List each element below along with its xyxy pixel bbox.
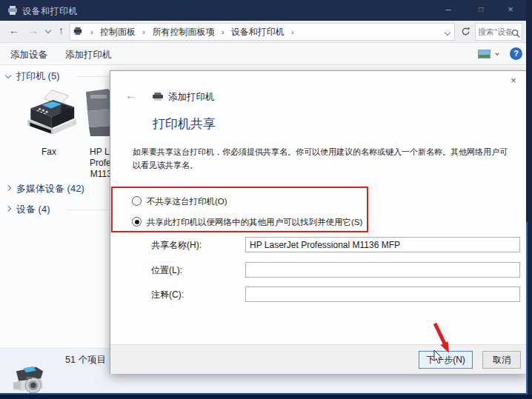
share-name-label: 共享名称(H): (151, 239, 202, 252)
section-printers-label: 打印机 (5) (16, 70, 60, 81)
printer-item-fax[interactable]: Fax (21, 86, 77, 157)
address-dropdown-icon[interactable] (445, 30, 450, 36)
printer-label-fax: Fax (21, 147, 77, 157)
wizard-page-title: 打印机共享 (153, 115, 216, 133)
screen: 设备和打印机 – □ × ← → ↑ › 控制面板 › 所有控制面板项 › 设备 (0, 0, 532, 399)
command-toolbar: 添加设备 添加打印机 ? (0, 43, 526, 65)
dialog-footer: 下一步(N) 取消 (110, 344, 526, 374)
breadcrumb-devices-printers[interactable]: 设备和打印机 (231, 27, 285, 37)
history-chevron-icon[interactable] (45, 27, 51, 33)
address-printer-icon (73, 25, 82, 38)
wizard-description: 如果要共享这台打印机，你必须提供共享名。你可以使用建议的名称或键入一个新名称。其… (133, 145, 512, 172)
breadcrumb-separator: › (142, 27, 145, 36)
search-box[interactable] (475, 23, 522, 41)
forward-button[interactable]: → (28, 24, 39, 36)
breadcrumb-separator: › (222, 27, 225, 36)
section-multimedia[interactable]: 多媒体设备 (42) (6, 182, 84, 195)
add-printer-icon (152, 91, 164, 104)
field-row-share-name: 共享名称(H): (110, 237, 526, 253)
selected-device-icon (12, 361, 49, 395)
comment-input[interactable] (245, 286, 520, 302)
field-row-comment: 注释(C): (110, 286, 526, 303)
comment-label: 注释(C): (151, 289, 184, 301)
location-input[interactable] (245, 262, 520, 278)
breadcrumb-all-items[interactable]: 所有控制面板项 (152, 27, 214, 37)
dialog-back-button[interactable]: ← (125, 89, 136, 101)
breadcrumb-separator: › (90, 27, 93, 36)
address-bar[interactable]: › 控制面板 › 所有控制面板项 › 设备和打印机 › (70, 23, 455, 41)
add-printer-button[interactable]: 添加打印机 (65, 49, 112, 61)
location-label: 位置(L): (151, 264, 182, 277)
section-multimedia-label: 多媒体设备 (42) (16, 183, 84, 194)
screen-edge-right (526, 0, 532, 399)
annotation-highlight-box (111, 187, 368, 232)
help-button[interactable]: ? (510, 47, 522, 60)
section-printers[interactable]: 打印机 (5) (6, 70, 60, 83)
breadcrumb-control-panel[interactable]: 控制面板 (100, 27, 136, 37)
share-name-input[interactable] (245, 237, 520, 252)
screen-edge-bottom (0, 395, 532, 399)
dialog-close-button[interactable]: × (507, 74, 520, 87)
view-dropdown-icon[interactable] (495, 51, 499, 56)
chevron-right-icon (5, 206, 11, 212)
chevron-right-icon (5, 185, 11, 191)
next-button[interactable]: 下一步(N) (419, 351, 473, 369)
search-icon[interactable] (511, 27, 520, 41)
section-devices[interactable]: 设备 (4) (6, 203, 50, 216)
close-button[interactable]: × (498, 0, 523, 21)
breadcrumb: › 控制面板 › 所有控制面板项 › 设备和打印机 › (86, 26, 299, 38)
title-bar: 设备和打印机 – □ × (0, 0, 526, 21)
printer-icon (7, 5, 18, 19)
refresh-icon[interactable] (461, 26, 471, 39)
search-input[interactable] (478, 25, 512, 38)
add-printer-dialog: × ← 添加打印机 打印机共享 如果要共享这台打印机，你必须提供共享名。你可以使… (110, 70, 527, 374)
section-devices-label: 设备 (4) (16, 204, 50, 215)
up-button[interactable]: ↑ (59, 24, 64, 36)
cancel-button[interactable]: 取消 (482, 351, 521, 369)
field-row-location: 位置(L): (110, 262, 526, 278)
add-device-button[interactable]: 添加设备 (10, 49, 47, 61)
view-options-icon[interactable] (478, 50, 491, 58)
window-title: 设备和打印机 (22, 5, 78, 18)
fax-printer-icon (21, 86, 77, 142)
back-button[interactable]: ← (9, 24, 19, 36)
navigation-bar: ← → ↑ › 控制面板 › 所有控制面板项 › 设备和打印机 › (0, 21, 526, 43)
maximize-button[interactable]: □ (468, 0, 493, 21)
dialog-header-title: 添加打印机 (168, 91, 215, 104)
breadcrumb-separator: › (291, 27, 294, 36)
item-count: 51 个项目 (65, 354, 106, 366)
chevron-down-icon (5, 73, 11, 78)
minimize-button[interactable]: – (436, 0, 461, 21)
